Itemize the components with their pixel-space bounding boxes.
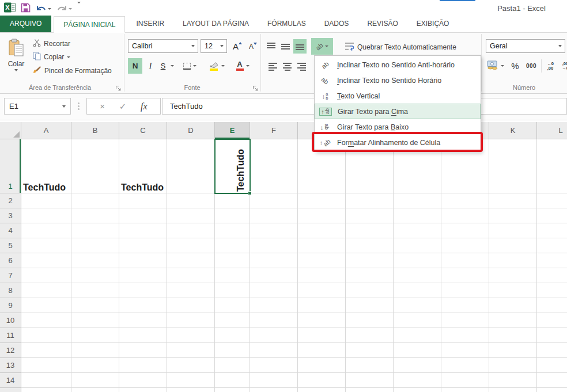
enter-icon[interactable]: ✓ [119, 101, 127, 112]
column-headers: ABCDEFGHIJKL [21, 122, 567, 139]
tab-pagina-inicial[interactable]: PÁGINA INICIAL [54, 16, 125, 33]
name-box[interactable]: E1 [4, 98, 71, 115]
paste-button[interactable]: Colar [3, 37, 29, 82]
menu-item-inclinar-anti-horario[interactable]: ab Inclinar Texto no Sentido Anti-horári… [315, 57, 481, 73]
row-header[interactable]: 10 [0, 313, 21, 328]
accounting-dropdown-caret[interactable] [501, 65, 504, 67]
tab-arquivo[interactable]: ARQUIVO [0, 16, 51, 32]
font-color-button[interactable]: A [232, 58, 254, 74]
column-header[interactable]: E [215, 122, 250, 139]
borders-button[interactable] [179, 58, 201, 74]
cut-button[interactable]: Recortar [33, 38, 70, 50]
italic-button[interactable]: I [145, 58, 156, 74]
menu-item-formatar-alinhamento-de-celula[interactable]: ↕ab Formatar Alinhamento de Célula [315, 135, 481, 150]
tab-revisao[interactable]: REVISÃO [358, 16, 407, 32]
copy-button[interactable]: Copiar [33, 51, 70, 63]
save-icon[interactable] [21, 3, 31, 15]
column-header[interactable]: K [489, 122, 537, 139]
column-header[interactable]: F [250, 122, 298, 139]
row-header[interactable]: 9 [0, 298, 21, 313]
scissors-icon [33, 39, 41, 49]
cell-C1[interactable]: TechTudo [119, 139, 167, 193]
formula-bar-resize-handle[interactable] [78, 102, 80, 104]
increase-decimal-button[interactable]: ←0 ,00 [543, 58, 557, 74]
row-header[interactable]: 6 [0, 253, 21, 268]
cancel-icon[interactable]: × [100, 101, 105, 111]
row-header[interactable]: 11 [0, 328, 21, 343]
format-painter-button[interactable]: Pincel de Formatação [33, 65, 112, 77]
menu-item-girar-texto-para-cima[interactable]: ↑ab Girar Texto para Cima [315, 104, 481, 119]
clipboard-dialog-launcher-icon[interactable] [115, 83, 122, 90]
row-header[interactable]: 14 [0, 373, 21, 388]
row-header[interactable]: 12 [0, 343, 21, 358]
align-middle-button[interactable] [279, 39, 292, 54]
row-header[interactable]: 8 [0, 283, 21, 298]
wrap-text-label: Quebrar Texto Automaticamente [357, 43, 456, 51]
font-size-combo[interactable]: 12 [201, 39, 227, 53]
paste-dropdown-caret[interactable] [14, 69, 18, 71]
undo-button[interactable] [36, 5, 51, 13]
comma-style-button[interactable]: 000 [523, 58, 539, 74]
align-top-button[interactable] [264, 39, 278, 54]
font-size-caret[interactable] [220, 45, 224, 47]
cell-E1-selected[interactable]: TechTudo [214, 139, 251, 194]
number-format-combo[interactable]: Geral [486, 39, 565, 53]
align-right-button[interactable] [295, 59, 308, 74]
orientation-button[interactable]: ab [311, 38, 333, 55]
orientation-dropdown-caret[interactable] [325, 45, 328, 47]
cell-A1[interactable]: TechTudo [21, 139, 71, 193]
row-header[interactable]: 4 [0, 223, 21, 238]
fill-handle[interactable] [248, 191, 252, 195]
underline-dropdown-caret[interactable] [169, 58, 176, 74]
align-bottom-button[interactable] [293, 39, 307, 54]
clipboard-group-label: Área de Transferência [5, 83, 115, 92]
row-header[interactable]: 2 [0, 193, 21, 208]
redo-dropdown-caret[interactable] [69, 8, 72, 10]
copy-dropdown-caret[interactable] [67, 56, 70, 58]
row-header[interactable]: 3 [0, 208, 21, 223]
align-left-button[interactable] [266, 59, 279, 74]
row-header[interactable]: 13 [0, 358, 21, 373]
menu-item-inclinar-horario[interactable]: ab Inclinar Texto no Sentido Horário [315, 73, 481, 88]
borders-dropdown-caret[interactable] [193, 65, 196, 67]
undo-dropdown-caret[interactable] [48, 8, 51, 10]
tab-exibicao[interactable]: EXIBIÇÃO [407, 16, 459, 32]
fill-color-dropdown-caret[interactable] [221, 65, 225, 67]
row-header[interactable]: 7 [0, 268, 21, 283]
menu-item-texto-vertical[interactable]: ↓ ab Texto Vertical [315, 88, 481, 104]
bold-button[interactable]: N [128, 58, 142, 74]
window-title: Pasta1 - Excel [497, 4, 546, 13]
row-header[interactable]: 5 [0, 238, 21, 253]
font-family-combo[interactable]: Calibri [128, 39, 198, 53]
tab-formulas[interactable]: FÓRMULAS [258, 16, 315, 32]
number-format-caret[interactable] [558, 45, 562, 47]
tab-dados[interactable]: DADOS [315, 16, 358, 32]
fill-color-button[interactable] [205, 58, 228, 74]
column-header[interactable]: C [119, 122, 167, 139]
grow-font-button[interactable]: A [230, 39, 245, 53]
align-center-button[interactable] [281, 59, 294, 74]
column-header[interactable]: L [537, 122, 567, 139]
underline-button[interactable]: S [157, 58, 169, 74]
insert-function-icon[interactable]: fx [141, 101, 148, 112]
font-dialog-launcher-icon[interactable] [252, 83, 259, 90]
column-header[interactable]: A [21, 122, 71, 139]
accounting-format-button[interactable] [485, 58, 506, 74]
name-box-caret[interactable] [62, 105, 66, 108]
font-family-caret[interactable] [191, 45, 195, 47]
tab-inserir[interactable]: INSERIR [127, 16, 173, 32]
excel-logo-icon: X [4, 2, 16, 15]
customize-qat-icon[interactable] [77, 3, 84, 14]
redo-button[interactable] [56, 5, 72, 13]
decrease-decimal-button[interactable]: ,00 →0 [558, 58, 567, 74]
select-all-corner[interactable] [0, 122, 21, 139]
menu-item-girar-texto-para-baixo[interactable]: ↓ab Girar Texto para Baixo [315, 119, 481, 135]
font-color-dropdown-caret[interactable] [246, 65, 250, 67]
column-header[interactable]: B [71, 122, 119, 139]
wrap-text-button[interactable]: Quebrar Texto Automaticamente [345, 40, 456, 54]
percent-style-button[interactable]: % [508, 58, 522, 74]
tab-layout-da-pagina[interactable]: LAYOUT DA PÁGINA [173, 16, 258, 32]
row-header[interactable]: 1 [0, 139, 21, 193]
shrink-font-button[interactable]: A [246, 40, 260, 53]
column-header[interactable]: D [167, 122, 215, 139]
